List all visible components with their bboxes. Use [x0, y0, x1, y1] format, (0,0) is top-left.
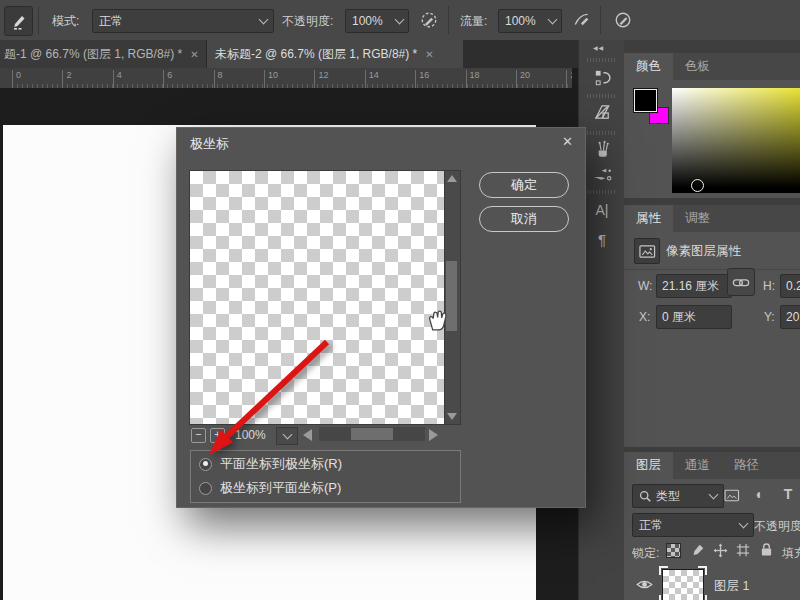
- separator: [448, 6, 449, 34]
- tool-preset-button[interactable]: [4, 6, 33, 36]
- document-tab-bar: 题-1 @ 66.7% (图层 1, RGB/8#) * ✕ 未标题-2 @ 6…: [0, 40, 578, 68]
- filter-adjustment-layers-icon[interactable]: ◐: [752, 486, 768, 502]
- ruler-tick: 6: [163, 70, 172, 88]
- chevron-down-icon: [547, 15, 557, 25]
- foreground-color-swatch[interactable]: [634, 89, 657, 112]
- ruler-tick: 12: [314, 70, 328, 88]
- color-picker-cursor[interactable]: [691, 179, 704, 192]
- opacity-dropdown-button[interactable]: [390, 9, 409, 33]
- x-label: X:: [639, 310, 650, 324]
- tab-layers[interactable]: 图层: [624, 452, 673, 479]
- layer-visibility-eye-icon[interactable]: [636, 579, 653, 590]
- options-bar: 模式: 正常 不透明度: 100% 流量: 100%: [0, 0, 800, 41]
- flow-airbrush-icon[interactable]: [573, 11, 591, 29]
- ruler-tick: 0: [12, 70, 21, 88]
- panel-grip[interactable]: [587, 190, 617, 194]
- lock-label: 锁定:: [632, 545, 659, 562]
- lock-position-icon[interactable]: [712, 542, 728, 558]
- opacity-airbrush-icon[interactable]: [420, 11, 438, 29]
- panel-grip[interactable]: [587, 94, 617, 98]
- preview-vertical-scrollbar[interactable]: [444, 170, 461, 425]
- lock-artboard-icon[interactable]: [735, 542, 751, 558]
- document-tab-2-label: 未标题-2 @ 66.7% (图层 1, RGB/8#) *: [215, 46, 417, 63]
- mode-label: 模式:: [52, 13, 79, 30]
- color-picker-field[interactable]: [672, 88, 800, 193]
- chain-link-icon: [732, 276, 750, 289]
- chevron-down-icon: [259, 15, 269, 25]
- ruler-tick: 4: [113, 70, 122, 88]
- character-panel-icon[interactable]: A|: [590, 198, 614, 222]
- mode-value: 正常: [99, 13, 123, 30]
- collapse-panels-icon[interactable]: ◀◀: [593, 44, 604, 51]
- layer-thumbnail-wrap[interactable]: [662, 569, 704, 600]
- smoothing-icon[interactable]: [614, 11, 632, 29]
- fill-label: 填充: [782, 545, 800, 562]
- panel-grip[interactable]: [587, 58, 617, 62]
- opacity-label: 不透明度:: [282, 13, 333, 30]
- link-dimensions-button[interactable]: [727, 268, 755, 296]
- selection-corner: [659, 595, 668, 600]
- ruler-tick: 10: [264, 70, 278, 88]
- history-panel-icon[interactable]: [590, 66, 614, 90]
- height-field[interactable]: 0.2: [780, 274, 800, 298]
- width-field[interactable]: 21.16 厘米: [656, 274, 732, 298]
- filter-pixel-layers-icon[interactable]: [724, 487, 740, 503]
- document-tab-2[interactable]: 未标题-2 @ 66.7% (图层 1, RGB/8#) * ✕: [207, 40, 463, 68]
- lock-pixels-icon[interactable]: [690, 542, 706, 558]
- layer-row[interactable]: 图层 1: [624, 569, 800, 600]
- horizontal-scroll-thumb[interactable]: [351, 428, 393, 440]
- lock-all-icon[interactable]: [758, 541, 774, 557]
- x-field[interactable]: 0 厘米: [656, 305, 732, 329]
- brush-tool-icon: [10, 12, 28, 30]
- layer-opacity-label: 不透明度: [754, 518, 800, 535]
- flow-dropdown-button[interactable]: [543, 9, 562, 33]
- ruler-tick: 16: [415, 70, 429, 88]
- lock-transparency-icon[interactable]: [666, 543, 681, 558]
- layer-filter-select[interactable]: 类型: [632, 484, 724, 508]
- selection-corner: [698, 566, 707, 575]
- mode-select[interactable]: 正常: [92, 9, 274, 33]
- filter-type-layers-icon[interactable]: T: [780, 486, 796, 502]
- properties-panel-tabs: 属性 调整: [624, 205, 800, 232]
- option-polar-to-rect-label: 极坐标到平面坐标(P): [220, 479, 341, 497]
- tab-properties[interactable]: 属性: [624, 205, 673, 232]
- search-icon: [639, 490, 652, 503]
- paragraph-panel-icon[interactable]: ¶: [590, 227, 614, 251]
- close-icon[interactable]: ✕: [425, 49, 433, 60]
- width-label: W:: [638, 279, 652, 293]
- ruler-tick: 18: [466, 70, 480, 88]
- scroll-right-icon[interactable]: [429, 429, 438, 441]
- scroll-down-icon[interactable]: [447, 413, 457, 420]
- radio-unselected-icon[interactable]: [199, 482, 212, 495]
- option-polar-to-rect[interactable]: 极坐标到平面坐标(P): [199, 476, 341, 500]
- blend-mode-select[interactable]: 正常: [632, 513, 754, 537]
- cancel-button[interactable]: 取消: [479, 206, 569, 232]
- selection-corner: [659, 566, 668, 575]
- tab-paths[interactable]: 路径: [722, 452, 771, 479]
- layers-panel-tabs: 图层 通道 路径: [624, 452, 800, 479]
- x-value: 0 厘米: [662, 309, 696, 326]
- layer-name[interactable]: 图层 1: [714, 578, 749, 595]
- chevron-down-icon: [739, 519, 749, 529]
- ruler-tick: 20: [516, 70, 530, 88]
- close-icon[interactable]: ✕: [562, 134, 573, 149]
- tab-channels[interactable]: 通道: [673, 452, 722, 479]
- y-field[interactable]: 20.8: [780, 305, 800, 329]
- panel-grip[interactable]: [587, 131, 617, 135]
- document-tab-1[interactable]: 题-1 @ 66.7% (图层 1, RGB/8#) * ✕: [0, 40, 207, 68]
- brush-settings-panel-icon[interactable]: [590, 162, 614, 186]
- ruler-tick: 22: [566, 70, 572, 88]
- scroll-up-icon[interactable]: [447, 175, 457, 182]
- color-panel-tabs: 颜色 色板: [624, 53, 800, 80]
- brushes-panel-icon[interactable]: [590, 138, 614, 162]
- tab-swatches[interactable]: 色板: [673, 53, 722, 80]
- dialog-title: 极坐标: [190, 135, 229, 153]
- clone-source-panel-icon[interactable]: [590, 100, 614, 124]
- tab-color[interactable]: 颜色: [624, 53, 673, 80]
- close-icon[interactable]: ✕: [190, 49, 198, 60]
- ok-button[interactable]: 确定: [479, 172, 569, 198]
- blend-mode-value: 正常: [639, 517, 663, 534]
- document-tab-1-label: 题-1 @ 66.7% (图层 1, RGB/8#) *: [4, 46, 182, 63]
- height-label: H:: [763, 279, 775, 293]
- tab-adjustments[interactable]: 调整: [673, 205, 722, 232]
